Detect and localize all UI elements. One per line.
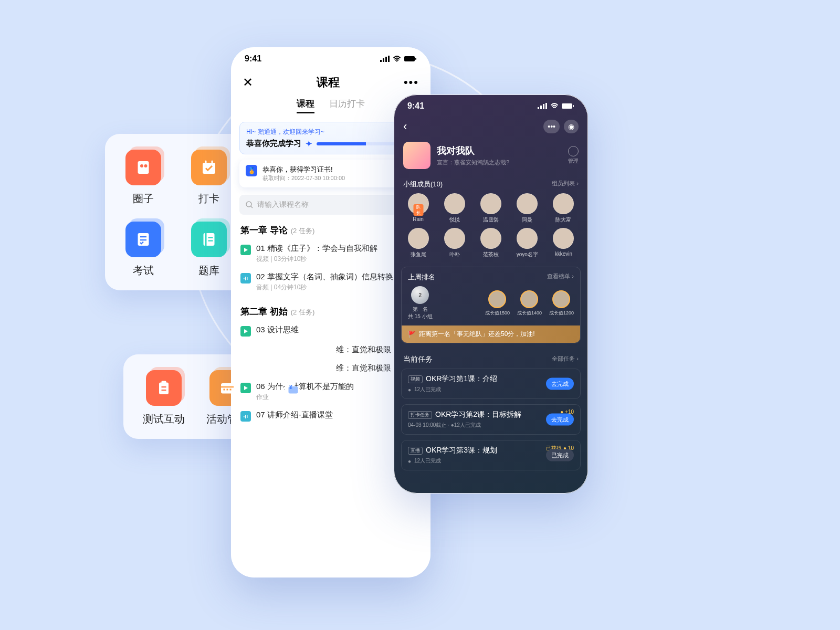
manage-button[interactable]: 管理 bbox=[568, 146, 579, 165]
status-time: 9:41 bbox=[245, 54, 261, 64]
svg-rect-13 bbox=[159, 383, 169, 395]
close-icon[interactable]: ✕ bbox=[243, 75, 253, 90]
lesson-title: 06 为什么计算机不是万能的 bbox=[256, 382, 354, 392]
member-item[interactable]: 阿曼 bbox=[510, 193, 544, 224]
member-item[interactable]: 悦悦 bbox=[437, 193, 471, 224]
status-indicators bbox=[538, 103, 574, 109]
lesson-title: 03 设计思维 bbox=[256, 325, 299, 335]
congrats-text: 恭喜你完成学习 bbox=[246, 139, 301, 149]
cert-time: 获取时间：2022-07-30 10:00:00 bbox=[262, 174, 345, 182]
gear-icon bbox=[568, 146, 579, 156]
svg-rect-44 bbox=[543, 104, 544, 109]
member-item[interactable]: 张鱼尾 bbox=[401, 228, 435, 258]
svg-rect-4 bbox=[205, 161, 206, 165]
task-go-button[interactable]: 去完成 bbox=[546, 414, 574, 426]
svg-rect-20 bbox=[226, 389, 228, 391]
ranking-card: 上周排名 查看榜单 › 2 第 名 共 15 小组 成长值1500 成长值140… bbox=[401, 267, 581, 343]
svg-rect-43 bbox=[540, 106, 542, 109]
team-avatar bbox=[403, 142, 430, 169]
page-title: 课程 bbox=[317, 75, 340, 90]
svg-marker-37 bbox=[244, 329, 248, 333]
member-item[interactable]: 温雪碧 bbox=[474, 193, 508, 224]
svg-rect-35 bbox=[245, 277, 246, 280]
task-item[interactable]: ● +10 打卡任务OKR学习第2课：目标拆解 04-03 10:00截止 · … bbox=[401, 404, 581, 435]
search-icon bbox=[246, 201, 253, 208]
member-item[interactable]: 卟卟 bbox=[437, 228, 471, 258]
member-item[interactable]: 范茶枝 bbox=[474, 228, 508, 258]
svg-rect-19 bbox=[223, 389, 225, 391]
team-header: 我对我队 宣言：燕雀安知鸿鹄之志哉? 管理 bbox=[394, 138, 588, 176]
svg-rect-34 bbox=[244, 278, 245, 279]
members-more-link[interactable]: 组员列表 › bbox=[552, 180, 579, 189]
video-icon bbox=[240, 326, 251, 337]
member-item[interactable]: 陈大富 bbox=[547, 193, 581, 224]
task-item[interactable]: 视频OKR学习第1课：介绍 ● 12人已完成 去完成 bbox=[401, 369, 581, 399]
back-icon[interactable]: ‹ bbox=[403, 120, 407, 133]
svg-rect-36 bbox=[247, 277, 248, 280]
cert-icon: 🏅 bbox=[246, 165, 257, 176]
task-go-button[interactable]: 去完成 bbox=[546, 378, 574, 390]
svg-rect-47 bbox=[573, 105, 574, 107]
flag-icon: 🚩 bbox=[408, 331, 416, 338]
feature-label: 考试 bbox=[133, 264, 154, 278]
svg-rect-11 bbox=[208, 237, 213, 238]
lesson-title: 维：直觉和极限 bbox=[336, 363, 391, 373]
feature-test-interact[interactable]: 测试互动 bbox=[137, 370, 191, 426]
feature-question-bank[interactable]: 题库 bbox=[184, 222, 233, 278]
svg-rect-7 bbox=[140, 236, 146, 237]
more-pill[interactable]: ••• bbox=[543, 120, 560, 133]
more-icon[interactable]: ••• bbox=[404, 76, 419, 89]
svg-marker-33 bbox=[244, 248, 248, 252]
signal-icon bbox=[380, 56, 390, 62]
svg-rect-17 bbox=[221, 383, 234, 394]
chapter-title: 第二章 初始 bbox=[240, 306, 288, 318]
ranker-item[interactable]: 成长值1200 bbox=[549, 290, 574, 317]
audio-icon bbox=[240, 411, 251, 422]
lesson-meta: 作业 bbox=[256, 393, 354, 402]
status-bar: 9:41 bbox=[231, 47, 430, 70]
svg-rect-21 bbox=[229, 389, 231, 391]
ranker-item[interactable]: 成长值1500 bbox=[485, 290, 510, 317]
lesson-title: 01 精读《庄子》：学会与自我和解 bbox=[256, 244, 377, 254]
lesson-meta: 音频 | 04分钟10秒 bbox=[256, 283, 393, 292]
feature-label: 测试互动 bbox=[143, 412, 185, 426]
svg-rect-25 bbox=[380, 60, 382, 62]
lesson-meta: 视频 | 03分钟10秒 bbox=[256, 255, 377, 264]
member-item[interactable]: kkkevin bbox=[547, 228, 581, 258]
audio-icon bbox=[240, 273, 251, 284]
feature-exam[interactable]: 考试 bbox=[119, 222, 167, 278]
svg-rect-29 bbox=[404, 56, 415, 61]
rank-more-link[interactable]: 查看榜单 › bbox=[547, 272, 574, 282]
rank-medal: 2 第 名 共 15 小组 bbox=[408, 286, 433, 320]
member-item[interactable]: 队长Rain bbox=[401, 193, 435, 224]
member-item[interactable]: yoyo名字 bbox=[510, 228, 544, 258]
task-item[interactable]: 已获得 ● 10 直播OKR学习第3课：规划 ● 12人已完成 已完成 bbox=[401, 440, 581, 470]
tasks-all-link[interactable]: 全部任务 › bbox=[552, 355, 579, 364]
feature-label: 打卡 bbox=[198, 192, 219, 206]
video-icon bbox=[240, 245, 251, 255]
svg-marker-38 bbox=[244, 386, 248, 390]
battery-icon bbox=[404, 56, 417, 62]
rank-encourage-banner: 🚩 距离第一名「事无绝队」还差50分，加油! bbox=[402, 326, 580, 343]
ranker-item[interactable]: 成长值1400 bbox=[517, 290, 542, 317]
feature-panel-1: 圈子 打卡 考试 题库 bbox=[105, 134, 247, 290]
svg-point-31 bbox=[246, 202, 251, 207]
status-bar: 9:41 bbox=[394, 94, 588, 118]
wifi-icon bbox=[550, 103, 559, 109]
svg-rect-10 bbox=[205, 233, 206, 246]
tab-calendar[interactable]: 日历打卡 bbox=[329, 98, 365, 113]
feature-circle[interactable]: 圈子 bbox=[119, 150, 167, 206]
svg-rect-28 bbox=[388, 56, 390, 62]
svg-rect-27 bbox=[385, 57, 387, 62]
svg-line-32 bbox=[251, 206, 253, 208]
tab-course[interactable]: 课程 bbox=[297, 98, 314, 113]
svg-text:¥: ¥ bbox=[289, 384, 292, 390]
lesson-title: 07 讲师介绍-直播课堂 bbox=[256, 410, 333, 420]
wifi-icon bbox=[393, 56, 401, 62]
team-name: 我对我队 bbox=[437, 144, 509, 157]
target-pill[interactable]: ◉ bbox=[564, 120, 579, 133]
welcome-text: Hi~ 鹅通通，欢迎回来学习~ bbox=[246, 128, 415, 136]
status-indicators bbox=[380, 56, 417, 62]
feature-checkin[interactable]: 打卡 bbox=[184, 150, 233, 206]
svg-rect-15 bbox=[162, 386, 166, 387]
